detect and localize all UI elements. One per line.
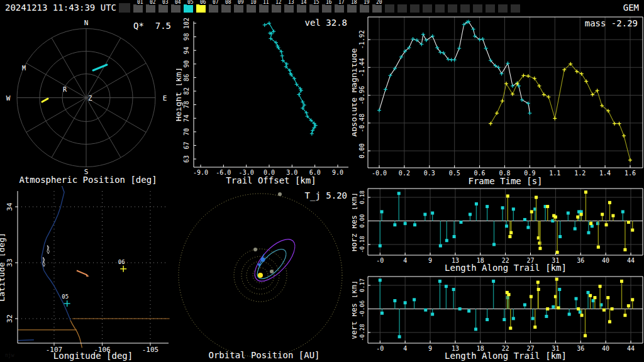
svg-text:0.00: 0.00 <box>359 214 365 228</box>
svg-text:-0.06: -0.06 <box>359 300 365 317</box>
horz-res-plot: -04913182227313640440.180.00-0.18Horz Re… <box>352 186 644 274</box>
top-bar: 20241213 11:43:39 UTC 010203040506070809… <box>0 0 644 15</box>
frame-box-14[interactable]: 14 <box>297 4 306 13</box>
frame-box-10[interactable]: 10 <box>247 4 256 13</box>
vert-res-plot: -04913182227313640440.17-0.06-0.28Vert R… <box>352 274 644 362</box>
frame-box-03[interactable]: 03 <box>158 4 168 13</box>
site-marker-R: R <box>63 86 67 93</box>
q-star-label: Q* <box>133 21 144 31</box>
frame-box-04[interactable]: 04 <box>171 4 180 13</box>
frame-slot-blank <box>448 4 457 13</box>
x-axis-label: Length Along Trail [km] <box>445 351 567 361</box>
frame-box-16[interactable]: 16 <box>322 4 331 13</box>
x-axis-label: Trail Offset [km] <box>226 175 316 185</box>
svg-text:40: 40 <box>602 257 609 264</box>
frame-box-label: 18 <box>350 0 358 5</box>
streak-cyan <box>93 65 107 70</box>
y-axis-label: Absolute Magnitude <box>352 48 358 136</box>
frame-box-label: 08 <box>225 0 232 5</box>
atmospheric-position-plot: NSWEZMRQ*7.5Atmospheric Position [deg] <box>0 15 176 186</box>
frame-box-02[interactable]: 02 <box>146 4 155 13</box>
frame-box-17[interactable]: 17 <box>335 4 344 13</box>
panel-orbital: T_j 5.20Orbital Position [AU] <box>176 186 352 362</box>
svg-text:1.1: 1.1 <box>549 170 560 177</box>
earth-dot <box>261 258 265 262</box>
svg-text:90: 90 <box>183 60 190 68</box>
svg-text:86: 86 <box>183 74 190 81</box>
frame-box-19[interactable]: 19 <box>360 4 369 13</box>
frame-box-label: 13 <box>287 0 295 5</box>
svg-text:74: 74 <box>183 114 190 122</box>
frame-box-05[interactable]: 05 <box>184 4 193 13</box>
frame-box-08[interactable]: 08 <box>221 4 231 13</box>
y-axis-label: Horz Res [km] <box>352 192 358 251</box>
svg-text:36: 36 <box>577 345 584 352</box>
svg-text:N: N <box>84 19 89 27</box>
frame-box-label: 01 <box>136 0 144 5</box>
frame-box-label: 03 <box>162 0 169 5</box>
frame-box-09[interactable]: 09 <box>234 4 243 13</box>
svg-text:-1.92: -1.92 <box>358 30 365 49</box>
site-marker-M: M <box>22 65 26 72</box>
panel-height-trail: -9.0-6.0-3.00.03.06.09.06367707478828690… <box>176 15 352 186</box>
frame-slot-blank <box>435 4 445 13</box>
q-star-value: 7.5 <box>155 21 171 31</box>
meteor-streaks <box>42 65 107 102</box>
frame-slot-blank <box>410 4 419 13</box>
frame-box-01[interactable]: 01 <box>133 4 143 13</box>
frame-box-06[interactable]: 06 <box>196 4 206 13</box>
frame-selector: 0102030405060708091011121314151617181920 <box>0 0 566 15</box>
frame-box-15[interactable]: 15 <box>309 4 319 13</box>
svg-text:-0: -0 <box>376 257 384 264</box>
dotted-grid <box>18 191 169 343</box>
frame-box-label: 07 <box>212 0 219 5</box>
ground-map-plot: 0506-107-106-105343332Latitude [deg]Long… <box>0 186 176 362</box>
series-trail-points <box>263 21 318 136</box>
watermark: njw <box>5 353 14 358</box>
frame-slot-blank <box>385 4 394 13</box>
svg-text:-0.28: -0.28 <box>359 324 365 341</box>
planet-jupiter <box>278 192 282 196</box>
svg-text:1.6: 1.6 <box>625 170 636 177</box>
svg-text:W: W <box>6 94 11 102</box>
svg-text:0.00: 0.00 <box>358 143 365 158</box>
polar-grid <box>17 29 155 167</box>
frame-box-label: 06 <box>199 0 207 5</box>
svg-text:44: 44 <box>627 345 635 352</box>
frame-box-label: 17 <box>338 0 345 5</box>
svg-text:98: 98 <box>183 33 190 41</box>
svg-text:70: 70 <box>183 128 190 136</box>
frame-box-label: 02 <box>149 0 157 5</box>
panel-caption: Orbital Position [AU] <box>208 350 319 360</box>
frame-box-20[interactable]: 20 <box>372 4 382 13</box>
frame-box-11[interactable]: 11 <box>259 4 269 13</box>
svg-text:67: 67 <box>183 141 190 149</box>
height-trail-plot: -9.0-6.0-3.00.03.06.09.06367707478828690… <box>176 15 352 186</box>
frame-box-label: 04 <box>174 0 182 5</box>
svg-text:-9.0: -9.0 <box>193 169 208 176</box>
svg-text:0.17: 0.17 <box>359 278 365 292</box>
frame-box-12[interactable]: 12 <box>272 4 281 13</box>
frame-box-13[interactable]: 13 <box>284 4 294 13</box>
tisserand-stat: T_j 5.20 <box>305 190 347 201</box>
panel-horz-res: -04913182227313640440.180.00-0.18Horz Re… <box>352 186 644 274</box>
frame-box-label: 11 <box>262 0 270 5</box>
frame-slot-blank <box>119 3 130 13</box>
svg-text:9.0: 9.0 <box>332 169 343 176</box>
panel-stat: vel 32.8 <box>305 18 347 28</box>
svg-text:102: 102 <box>183 18 190 29</box>
svg-text:-1.44: -1.44 <box>358 58 365 77</box>
panel-caption: Atmospheric Position [deg] <box>19 175 157 185</box>
svg-text:78: 78 <box>183 101 190 109</box>
stream-blue <box>18 340 34 341</box>
frame-box-18[interactable]: 18 <box>347 4 357 13</box>
svg-text:9: 9 <box>428 257 432 264</box>
frame-box-07[interactable]: 07 <box>209 4 218 13</box>
meteor-analysis-window: 20241213 11:43:39 UTC 010203040506070809… <box>0 0 644 362</box>
frame-box-label: 10 <box>250 0 257 5</box>
grid <box>368 189 643 255</box>
shower-code: GEM <box>623 0 639 15</box>
series-camera-05 <box>379 278 603 338</box>
frame-slot-blank <box>460 4 470 13</box>
camera-marker-05: 05 <box>62 293 70 307</box>
